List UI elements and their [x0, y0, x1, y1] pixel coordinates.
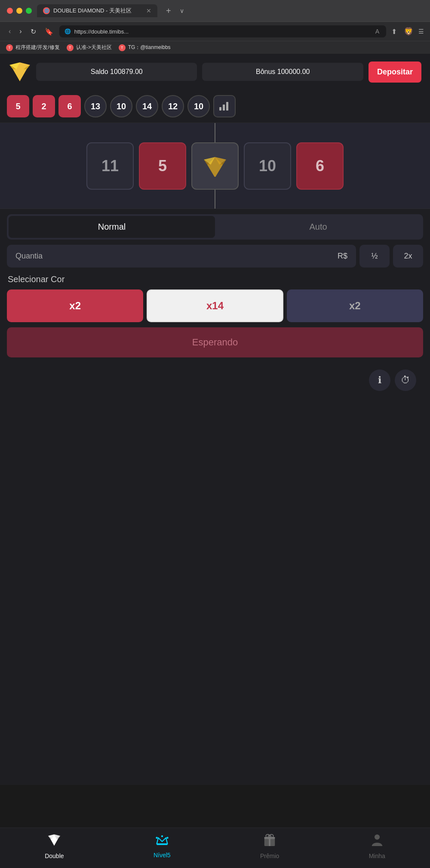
nav-minha-label: Minha [369, 853, 385, 859]
browser-chrome: 🌐 DOUBLE DIAMOND - 天美社区 ✕ + ∨ ‹ › ↻ 🔖 🌐 … [0, 0, 430, 54]
browser-nav: ‹ › ↻ 🔖 🌐 https://double.timibs... A ⬆ 🦁… [0, 22, 430, 41]
double-button[interactable]: 2x [393, 245, 423, 268]
half-button[interactable]: ½ [359, 245, 390, 268]
tab-close-button[interactable]: ✕ [146, 7, 151, 14]
bookmark-label-2: 认准->天美社区 [76, 44, 112, 51]
slot-ball-value-0: 11 [101, 157, 119, 175]
history-ball-value-5: 14 [142, 102, 152, 111]
history-ball-value-4: 10 [117, 102, 126, 111]
bookmark-button[interactable]: 🔖 [42, 26, 56, 37]
history-button[interactable]: ⏱ [395, 369, 416, 391]
bookmark-item-2[interactable]: T 认准->天美社区 [67, 44, 112, 51]
history-ball-7: 10 [187, 95, 210, 117]
brave-shield-button[interactable]: 🦁 [402, 27, 415, 36]
slot-ball-value-3: 10 [259, 157, 276, 175]
maximize-window-button[interactable] [26, 8, 32, 14]
controls-section: Normal Auto Quantia R$ ½ 2x Selecionar C… [0, 209, 430, 401]
forward-button[interactable]: › [17, 26, 24, 37]
color-option-red[interactable]: x2 [7, 289, 143, 322]
bookmark-favicon-3: T [119, 44, 126, 51]
history-ball-1: 2 [33, 95, 55, 117]
globe-icon: 🌐 [64, 28, 71, 34]
history-ball-5: 14 [136, 95, 158, 117]
refresh-button[interactable]: ↻ [28, 26, 39, 37]
translate-button[interactable]: A [374, 28, 381, 35]
bottom-nav: Double Nível5 Prêmio [0, 828, 430, 868]
info-button[interactable]: ℹ [369, 369, 390, 391]
history-ball-2: 6 [58, 95, 81, 117]
svg-point-29 [270, 834, 273, 837]
history-ball-value-3: 13 [91, 102, 100, 111]
saldo-value: 100879.00 [110, 68, 143, 75]
color-options: x2 x14 x2 [7, 289, 423, 322]
crown-svg [155, 834, 169, 846]
nav-premio[interactable]: Prêmio [260, 833, 279, 859]
slot-area: 11 5 10 6 [0, 123, 430, 209]
waiting-button[interactable]: Esperando [7, 327, 423, 357]
svg-point-21 [166, 837, 168, 838]
new-tab-button[interactable]: + [163, 6, 175, 16]
share-button[interactable]: ⬆ [390, 28, 399, 36]
nav-double[interactable]: Double [45, 833, 64, 859]
nav-premio-label: Prêmio [260, 853, 279, 859]
bookmark-label-1: 程序搭建/开发/修复 [15, 44, 60, 51]
slot-ball-0: 11 [86, 142, 134, 190]
traffic-lights [7, 8, 32, 14]
menu-button[interactable]: ☰ [418, 28, 424, 35]
svg-rect-26 [264, 837, 275, 839]
bookmark-favicon-2: T [67, 44, 74, 51]
logo [9, 61, 31, 83]
color-option-white[interactable]: x14 [147, 289, 283, 322]
chart-icon [218, 101, 230, 111]
address-bar[interactable]: 🌐 https://double.timibs... A [59, 25, 386, 37]
nav-nivel5-label: Nível5 [154, 852, 171, 859]
history-ball-3: 13 [84, 95, 107, 117]
svg-point-28 [266, 834, 270, 837]
amount-row: Quantia R$ ½ 2x [7, 245, 423, 268]
browser-tab[interactable]: 🌐 DOUBLE DIAMOND - 天美社区 ✕ [37, 4, 157, 17]
slot-ball-value-4: 6 [316, 157, 324, 175]
slot-ball-value-1: 5 [158, 157, 167, 175]
history-ball-value-6: 12 [168, 102, 178, 111]
action-area: ℹ ⏱ [7, 364, 423, 396]
bookmark-item-3[interactable]: T TG：@tianmeibbs [119, 44, 171, 51]
history-icon: ⏱ [401, 375, 410, 386]
svg-point-19 [156, 837, 157, 838]
saldo-label: Saldo [91, 68, 108, 75]
double-nav-svg [47, 833, 61, 847]
amount-currency: R$ [338, 252, 347, 261]
nav-nivel5[interactable]: Nível5 [154, 834, 171, 859]
svg-rect-6 [223, 105, 225, 111]
tab-title: DOUBLE DIAMOND - 天美社区 [53, 7, 143, 15]
history-ball-value-2: 6 [67, 102, 72, 111]
amount-label: Quantia [15, 252, 43, 261]
person-svg [371, 833, 383, 847]
app-content: Saldo 100879.00 Bônus 100000.00 Deposita… [0, 54, 430, 785]
history-ball-6: 12 [162, 95, 184, 117]
bookmark-item-1[interactable]: T 程序搭建/开发/修复 [6, 44, 60, 51]
color-option-blue[interactable]: x2 [287, 289, 423, 322]
minimize-window-button[interactable] [16, 8, 22, 14]
tab-more-button[interactable]: ∨ [180, 7, 184, 14]
svg-point-20 [161, 835, 163, 837]
slot-ball-3: 10 [244, 142, 291, 190]
history-chart-button[interactable] [213, 95, 236, 117]
close-window-button[interactable] [7, 8, 13, 14]
color-option-red-label: x2 [69, 300, 81, 311]
bookmarks-bar: T 程序搭建/开发/修复 T 认准->天美社区 T TG：@tianmeibbs [0, 41, 430, 54]
color-option-white-label: x14 [206, 300, 224, 311]
nav-minha[interactable]: Minha [369, 833, 385, 859]
tab-auto[interactable]: Auto [215, 216, 421, 238]
deposit-button[interactable]: Depositar [369, 62, 421, 83]
browser-titlebar: 🌐 DOUBLE DIAMOND - 天美社区 ✕ + ∨ [0, 0, 430, 22]
url-text: https://double.timibs... [74, 28, 370, 35]
gift-svg [264, 833, 276, 847]
select-color-label: Selecionar Cor [7, 274, 423, 284]
history-ball-value-1: 2 [41, 102, 46, 111]
tab-normal[interactable]: Normal [9, 216, 215, 238]
logo-svg [9, 61, 31, 83]
history-ball-value-7: 10 [194, 102, 203, 111]
back-button[interactable]: ‹ [6, 26, 13, 37]
svg-rect-22 [157, 844, 167, 845]
center-crown-icon [202, 155, 228, 177]
